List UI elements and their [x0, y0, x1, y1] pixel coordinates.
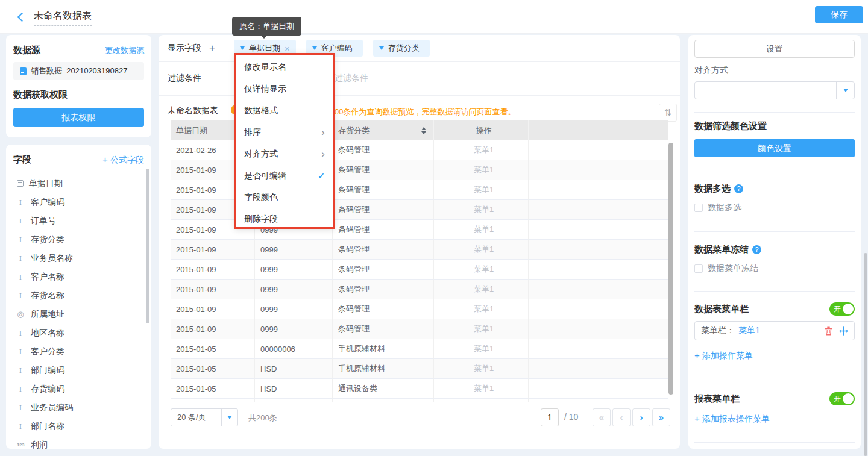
field-list-item[interactable]: 所属地址 — [13, 305, 144, 323]
field-list-item[interactable]: 业务员名称 — [13, 249, 144, 267]
last-page-button[interactable] — [652, 408, 670, 426]
cell-empty — [529, 200, 668, 220]
save-button[interactable]: 保存 — [815, 6, 863, 23]
field-list-item[interactable]: 部门编码 — [13, 361, 144, 379]
menu-item[interactable]: 修改显示名 — [236, 57, 333, 78]
color-settings-button[interactable]: 颜色设置 — [694, 139, 855, 157]
field-list-item[interactable]: 订单号 — [13, 211, 144, 230]
cell-date: 2015-01-09 — [171, 280, 255, 299]
report-permission-button[interactable]: 报表权限 — [13, 108, 144, 127]
table-scrollbar[interactable] — [668, 143, 673, 395]
page-scrollbar[interactable] — [864, 253, 867, 456]
cell-action-menu[interactable]: 菜单1 — [434, 180, 529, 200]
field-label: 业务员编码 — [31, 402, 73, 413]
menu-item[interactable]: 排序 — [236, 122, 333, 143]
chip-label: 单据日期 — [249, 43, 280, 54]
add-action-menu-link[interactable]: 添加操作菜单 — [694, 350, 855, 361]
chevron-down-icon[interactable] — [312, 46, 317, 50]
cell-date: 2015-01-09 — [171, 319, 255, 339]
menu-item[interactable]: 是否可编辑 — [236, 165, 333, 187]
cell-action-menu[interactable]: 菜单1 — [434, 220, 529, 240]
field-type-icon — [16, 403, 25, 413]
field-list-item[interactable]: 客户分类 — [13, 342, 144, 361]
cell-action-menu[interactable]: 菜单1 — [434, 260, 529, 280]
menu-item[interactable]: 仅详情显示 — [236, 78, 333, 100]
field-list-item[interactable]: 存货分类 — [13, 230, 144, 249]
file-icon — [20, 67, 27, 75]
cell-action-menu[interactable]: 菜单1 — [434, 299, 529, 319]
menubar-item-value[interactable]: 菜单1 — [738, 325, 760, 336]
field-label: 利润 — [31, 440, 48, 449]
help-icon[interactable] — [752, 245, 761, 254]
cell-category: 条码管理 — [333, 280, 434, 299]
field-label: 地区名称 — [31, 328, 64, 339]
cell-action-menu[interactable]: 菜单1 — [434, 140, 529, 160]
settings-button[interactable]: 设置 — [694, 40, 855, 58]
cell-category: 条码管理 — [333, 240, 434, 260]
prev-page-button[interactable] — [612, 408, 631, 426]
freeze-checkbox-row[interactable]: 数据菜单冻结 — [694, 263, 855, 274]
delete-icon[interactable] — [824, 326, 833, 336]
cell-action-menu[interactable]: 菜单1 — [434, 240, 529, 260]
permission-title: 数据获取权限 — [13, 89, 144, 101]
close-icon[interactable] — [285, 43, 290, 54]
menu-item-label: 排序 — [244, 127, 261, 138]
field-type-icon — [16, 366, 25, 375]
field-list-item[interactable]: 单据日期 — [13, 174, 144, 193]
chevron-down-icon[interactable] — [379, 46, 384, 50]
field-list-item[interactable]: 存货编码 — [13, 379, 144, 398]
chevron-down-icon[interactable] — [240, 46, 245, 50]
menu-item[interactable]: 数据格式 — [236, 100, 333, 122]
field-list-item[interactable]: 客户名称 — [13, 267, 144, 286]
field-list-item[interactable]: 部门名称 — [13, 417, 144, 436]
checkbox[interactable] — [694, 264, 703, 273]
table-row: 2015-01-09 0999 条码管理 菜单1 — [171, 260, 668, 280]
field-list-item[interactable]: 利润 — [13, 436, 144, 449]
cell-action-menu[interactable]: 菜单1 — [434, 200, 529, 220]
back-icon[interactable] — [17, 13, 25, 21]
menu-item[interactable]: 删除字段 — [236, 208, 333, 230]
sort-icon[interactable] — [421, 127, 426, 134]
sort-order-icon[interactable]: ⇅ — [659, 104, 677, 122]
cell-action-menu[interactable]: 菜单1 — [434, 339, 529, 359]
move-icon[interactable] — [839, 326, 848, 336]
field-chip[interactable]: 存货分类 — [373, 40, 430, 57]
first-page-button[interactable] — [593, 408, 611, 426]
add-formula-field-link[interactable]: 公式字段 — [102, 154, 144, 166]
cell-action-menu[interactable]: 菜单1 — [434, 379, 529, 399]
report-menubar-toggle[interactable]: 开 — [829, 392, 855, 405]
cell-action-menu[interactable]: 菜单1 — [434, 280, 529, 299]
cell-category: 通讯设备类 — [333, 379, 434, 399]
field-list-item[interactable]: 地区名称 — [13, 323, 144, 342]
checkbox[interactable] — [694, 204, 703, 212]
help-icon[interactable] — [734, 184, 743, 193]
multiselect-checkbox-row[interactable]: 数据多选 — [694, 202, 855, 213]
menu-item-label: 仅详情显示 — [244, 84, 286, 95]
field-type-icon — [16, 272, 25, 282]
add-display-field-icon[interactable]: + — [209, 42, 215, 54]
datasource-file[interactable]: 销售数据_20210203190827 — [13, 62, 144, 80]
page-size-value: 20 条/页 — [171, 412, 221, 423]
field-type-icon — [16, 384, 25, 394]
table-menubar-toggle[interactable]: 开 — [829, 302, 855, 316]
field-list-item[interactable]: 业务员编码 — [13, 398, 144, 417]
cell-action-menu[interactable]: 菜单1 — [434, 319, 529, 339]
next-page-button[interactable] — [632, 408, 650, 426]
menu-item[interactable]: 对齐方式 — [236, 143, 333, 165]
cell-action-menu[interactable]: 菜单1 — [434, 160, 529, 180]
page-size-select[interactable]: 20 条/页 — [171, 408, 238, 426]
add-report-action-link[interactable]: 添加报表操作菜单 — [694, 413, 855, 425]
align-select[interactable] — [694, 81, 855, 99]
cell-empty — [529, 339, 668, 359]
page-number-input[interactable]: 1 — [541, 408, 559, 426]
cell-customer-code: 00000006 — [255, 339, 333, 359]
field-type-icon — [16, 235, 25, 245]
change-datasource-link[interactable]: 更改数据源 — [105, 45, 144, 56]
field-list-item[interactable]: 存货名称 — [13, 286, 144, 305]
field-list-item[interactable]: 客户编码 — [13, 193, 144, 211]
cell-action-menu[interactable]: 菜单1 — [434, 359, 529, 379]
fields-scrollbar[interactable] — [146, 169, 149, 323]
field-label: 部门编码 — [31, 365, 64, 376]
field-type-icon — [16, 254, 25, 263]
menu-item[interactable]: 字段颜色 — [236, 187, 333, 208]
